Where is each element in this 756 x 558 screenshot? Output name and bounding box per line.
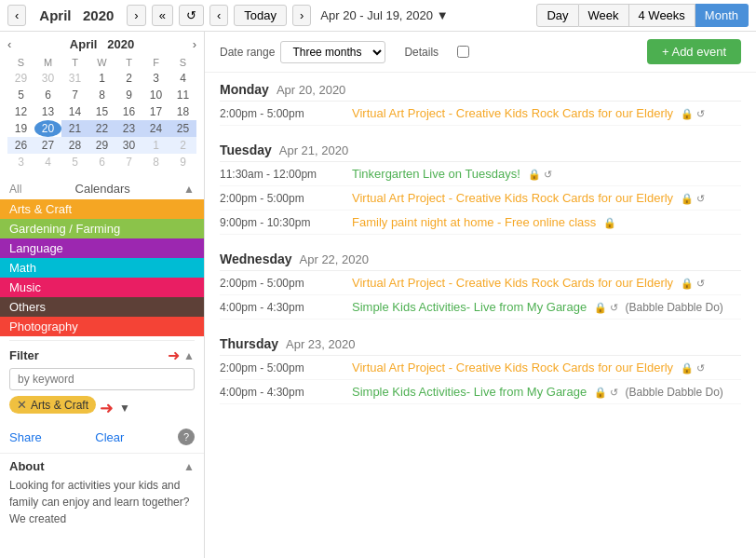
- filter-keyword-input[interactable]: [9, 368, 195, 390]
- cal-day[interactable]: 5: [7, 87, 34, 103]
- event-source: (Babble Dabble Do): [625, 301, 722, 314]
- event-title: Simple Kids Activities- Live from My Gar…: [352, 385, 741, 399]
- mini-prev-btn[interactable]: ‹: [7, 37, 11, 51]
- weekday-s2: S: [169, 55, 196, 70]
- about-collapse-btn[interactable]: ▲: [183, 460, 195, 473]
- filter-tag-remove[interactable]: ✕: [17, 398, 27, 412]
- cal-day[interactable]: 30: [34, 70, 61, 87]
- event-link[interactable]: Virtual Art Project - Creative Kids Rock…: [352, 106, 673, 120]
- mini-calendar: ‹ April 2020 › S M T W T F: [0, 32, 204, 176]
- calendars-collapse-btn[interactable]: ▲: [183, 183, 195, 196]
- cal-day[interactable]: 9: [169, 154, 196, 170]
- event-icons: 🔒 ↺: [681, 108, 705, 119]
- event-link[interactable]: Virtual Art Project - Creative Kids Rock…: [352, 276, 673, 290]
- weekday-f: F: [142, 55, 169, 70]
- event-title: Simple Kids Activities- Live from My Gar…: [352, 300, 741, 314]
- cal-day[interactable]: 8: [88, 87, 115, 103]
- cal-day[interactable]: 12: [7, 103, 34, 120]
- event-title: Virtual Art Project - Creative Kids Rock…: [352, 106, 741, 120]
- cal-day[interactable]: 21: [61, 120, 88, 137]
- next-range-btn[interactable]: ›: [292, 5, 311, 26]
- cal-day[interactable]: 7: [115, 154, 142, 170]
- event-title: Virtual Art Project - Creative Kids Rock…: [352, 361, 741, 374]
- event-link[interactable]: Virtual Art Project - Creative Kids Rock…: [352, 191, 673, 205]
- calendar-item-photography[interactable]: Photography: [0, 317, 204, 336]
- cal-day[interactable]: 17: [142, 103, 169, 120]
- details-checkbox[interactable]: [457, 46, 469, 58]
- cal-day[interactable]: 29: [7, 70, 34, 87]
- calendar-item-language[interactable]: Language: [0, 238, 204, 258]
- calendar-item-math[interactable]: Math: [0, 258, 204, 278]
- date-range-select[interactable]: Three months One month Two months Six mo…: [280, 41, 385, 63]
- event-link[interactable]: Family paint night at home - Free online…: [352, 215, 596, 229]
- clear-link[interactable]: Clear: [95, 430, 124, 444]
- cal-day[interactable]: 3: [142, 70, 169, 87]
- event-time: 2:00pm - 5:00pm: [220, 361, 341, 374]
- cal-day[interactable]: 11: [169, 87, 196, 103]
- cal-day[interactable]: 18: [169, 103, 196, 120]
- cal-day[interactable]: 14: [61, 103, 88, 120]
- mini-next-btn[interactable]: ›: [193, 37, 196, 51]
- double-prev-btn[interactable]: «: [152, 5, 173, 26]
- day-header-tuesday: Tuesday Apr 21, 2020: [220, 133, 741, 162]
- prev-range-btn[interactable]: ‹: [209, 5, 228, 26]
- refresh-btn[interactable]: ↺: [179, 5, 204, 26]
- event-link[interactable]: Simple Kids Activities- Live from My Gar…: [352, 300, 587, 314]
- cal-day[interactable]: 23: [115, 120, 142, 137]
- event-row: 2:00pm - 5:00pm Virtual Art Project - Cr…: [220, 102, 741, 126]
- cal-day[interactable]: 2: [115, 70, 142, 87]
- day-view-btn[interactable]: Day: [536, 4, 578, 27]
- calendar-nav: ‹ April 2020 ›: [7, 5, 146, 26]
- calendar-item-music[interactable]: Music: [0, 278, 204, 297]
- share-link[interactable]: Share: [9, 430, 42, 444]
- cal-day[interactable]: 26: [7, 137, 34, 154]
- cal-day[interactable]: 19: [7, 120, 34, 137]
- filter-arrow-indicator: ➜: [168, 347, 180, 364]
- event-row: 2:00pm - 5:00pm Virtual Art Project - Cr…: [220, 271, 741, 295]
- about-header: About ▲: [9, 454, 195, 477]
- cal-day[interactable]: 1: [88, 70, 115, 87]
- cal-day[interactable]: 25: [169, 120, 196, 137]
- week-view-btn[interactable]: Week: [579, 4, 629, 27]
- month-view-btn[interactable]: Month: [695, 4, 749, 27]
- cal-day[interactable]: 4: [169, 70, 196, 87]
- cal-day[interactable]: 2: [169, 137, 196, 154]
- cal-day[interactable]: 10: [142, 87, 169, 103]
- weekday-w: W: [88, 55, 115, 70]
- next-month-btn[interactable]: ›: [127, 5, 145, 26]
- cal-day[interactable]: 3: [7, 154, 34, 170]
- cal-day[interactable]: 27: [34, 137, 61, 154]
- help-icon[interactable]: ?: [178, 429, 195, 445]
- cal-day[interactable]: 4: [34, 154, 61, 170]
- calendar-item-gardening[interactable]: Gardening / Farming: [0, 219, 204, 238]
- cal-day-today[interactable]: 20: [34, 120, 61, 137]
- 4weeks-view-btn[interactable]: 4 Weeks: [629, 4, 695, 27]
- calendar-item-arts[interactable]: Arts & Craft: [0, 199, 204, 219]
- today-btn[interactable]: Today: [234, 5, 287, 26]
- cal-day[interactable]: 28: [61, 137, 88, 154]
- event-link[interactable]: Virtual Art Project - Creative Kids Rock…: [352, 361, 673, 374]
- cal-day[interactable]: 13: [34, 103, 61, 120]
- add-event-btn[interactable]: + Add event: [647, 39, 741, 64]
- cal-day[interactable]: 22: [88, 120, 115, 137]
- cal-day[interactable]: 15: [88, 103, 115, 120]
- event-link[interactable]: Tinkergarten Live on Tuesdays!: [352, 167, 520, 181]
- cal-day[interactable]: 5: [61, 154, 88, 170]
- cal-day[interactable]: 30: [115, 137, 142, 154]
- filter-tag-dropdown[interactable]: ▼: [119, 401, 130, 415]
- cal-day[interactable]: 6: [34, 87, 61, 103]
- cal-day[interactable]: 24: [142, 120, 169, 137]
- date-range-filter-label: Date range: [220, 46, 275, 59]
- cal-day[interactable]: 6: [88, 154, 115, 170]
- cal-day[interactable]: 31: [61, 70, 88, 87]
- event-link[interactable]: Simple Kids Activities- Live from My Gar…: [352, 385, 587, 399]
- calendar-item-others[interactable]: Others: [0, 297, 204, 317]
- filter-collapse-btn[interactable]: ▲: [183, 349, 195, 362]
- cal-day[interactable]: 16: [115, 103, 142, 120]
- prev-month-btn[interactable]: ‹: [7, 5, 26, 26]
- cal-day[interactable]: 29: [88, 137, 115, 154]
- cal-day[interactable]: 1: [142, 137, 169, 154]
- cal-day[interactable]: 9: [115, 87, 142, 103]
- cal-day[interactable]: 7: [61, 87, 88, 103]
- cal-day[interactable]: 8: [142, 154, 169, 170]
